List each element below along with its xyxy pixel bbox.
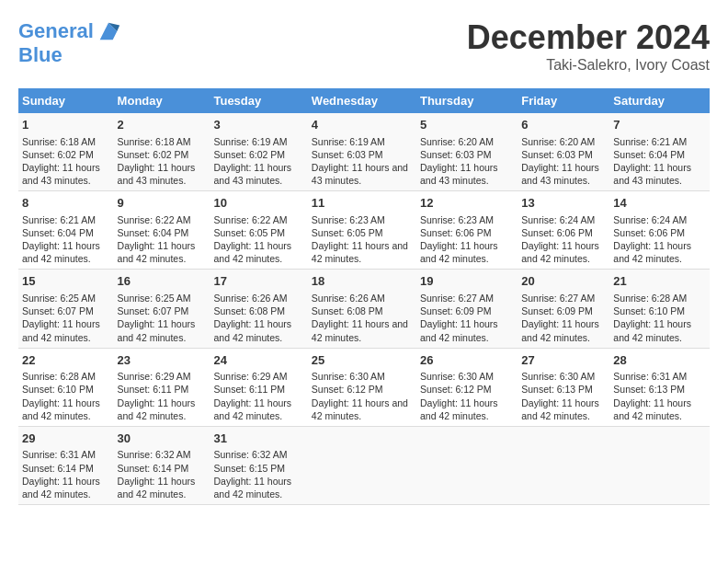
- calendar-header-tuesday: Tuesday: [210, 88, 307, 113]
- sunset-text: Sunset: 6:06 PM: [420, 227, 492, 238]
- day-number: 15: [22, 273, 110, 290]
- daylight-text: Daylight: 11 hours and 43 minutes.: [312, 162, 408, 186]
- sunset-text: Sunset: 6:15 PM: [213, 463, 285, 474]
- day-number: 25: [312, 352, 413, 369]
- calendar-header-sunday: Sunday: [18, 88, 114, 113]
- day-number: 29: [22, 431, 110, 447]
- sunset-text: Sunset: 6:13 PM: [521, 384, 593, 395]
- day-number: 3: [213, 117, 303, 133]
- sunrise-text: Sunrise: 6:31 AM: [22, 449, 96, 460]
- sunrise-text: Sunrise: 6:19 AM: [213, 136, 287, 147]
- daylight-text: Daylight: 11 hours and 42 minutes.: [213, 240, 291, 264]
- sunset-text: Sunset: 6:09 PM: [521, 305, 593, 316]
- calendar-cell: 16Sunrise: 6:25 AMSunset: 6:07 PMDayligh…: [114, 270, 210, 348]
- sunset-text: Sunset: 6:12 PM: [420, 384, 492, 395]
- main-title: December 2024: [467, 18, 710, 57]
- daylight-text: Daylight: 11 hours and 42 minutes.: [213, 476, 291, 500]
- calendar-cell: 11Sunrise: 6:23 AMSunset: 6:05 PMDayligh…: [308, 191, 416, 270]
- calendar-cell: 14Sunrise: 6:24 AMSunset: 6:06 PMDayligh…: [609, 191, 710, 270]
- day-number: 11: [312, 195, 413, 212]
- sunrise-text: Sunrise: 6:27 AM: [420, 293, 494, 304]
- day-number: 10: [213, 195, 303, 212]
- logo-text-blue: Blue: [18, 44, 121, 66]
- daylight-text: Daylight: 11 hours and 42 minutes.: [312, 240, 408, 264]
- calendar-header-monday: Monday: [114, 88, 210, 113]
- logo-icon: [96, 18, 121, 44]
- daylight-text: Daylight: 11 hours and 43 minutes.: [613, 162, 691, 186]
- title-section: December 2024 Taki-Salekro, Ivory Coast: [467, 18, 710, 74]
- day-number: 5: [420, 117, 514, 133]
- calendar-week-row: 22Sunrise: 6:28 AMSunset: 6:10 PMDayligh…: [18, 348, 710, 426]
- day-number: 28: [613, 352, 706, 369]
- daylight-text: Daylight: 11 hours and 42 minutes.: [420, 240, 498, 264]
- calendar-cell: 23Sunrise: 6:29 AMSunset: 6:11 PMDayligh…: [114, 348, 210, 426]
- calendar-cell: [609, 426, 710, 504]
- sunrise-text: Sunrise: 6:18 AM: [118, 136, 191, 147]
- sunset-text: Sunset: 6:04 PM: [613, 149, 685, 160]
- sunset-text: Sunset: 6:13 PM: [613, 384, 685, 395]
- calendar-table: SundayMondayTuesdayWednesdayThursdayFrid…: [18, 88, 710, 505]
- sunset-text: Sunset: 6:07 PM: [118, 305, 189, 316]
- calendar-header-row: SundayMondayTuesdayWednesdayThursdayFrid…: [18, 88, 710, 113]
- calendar-cell: 12Sunrise: 6:23 AMSunset: 6:06 PMDayligh…: [416, 191, 518, 270]
- sunrise-text: Sunrise: 6:29 AM: [213, 371, 287, 382]
- sunset-text: Sunset: 6:04 PM: [22, 227, 94, 238]
- sunrise-text: Sunrise: 6:28 AM: [613, 293, 687, 304]
- calendar-cell: 29Sunrise: 6:31 AMSunset: 6:14 PMDayligh…: [18, 426, 114, 504]
- sunrise-text: Sunrise: 6:23 AM: [312, 214, 385, 225]
- sunset-text: Sunset: 6:11 PM: [213, 384, 285, 395]
- subtitle: Taki-Salekro, Ivory Coast: [467, 57, 710, 74]
- sunset-text: Sunset: 6:10 PM: [22, 384, 94, 395]
- sunrise-text: Sunrise: 6:32 AM: [213, 449, 287, 460]
- calendar-cell: 7Sunrise: 6:21 AMSunset: 6:04 PMDaylight…: [609, 113, 710, 191]
- sunrise-text: Sunrise: 6:32 AM: [118, 449, 191, 460]
- sunrise-text: Sunrise: 6:21 AM: [22, 214, 96, 225]
- calendar-week-row: 29Sunrise: 6:31 AMSunset: 6:14 PMDayligh…: [18, 426, 710, 504]
- calendar-cell: 28Sunrise: 6:31 AMSunset: 6:13 PMDayligh…: [609, 348, 710, 426]
- sunset-text: Sunset: 6:03 PM: [420, 149, 492, 160]
- sunset-text: Sunset: 6:08 PM: [312, 305, 383, 316]
- sunset-text: Sunset: 6:03 PM: [312, 149, 383, 160]
- page-header: General Blue December 2024 Taki-Salekro,…: [18, 18, 710, 74]
- sunset-text: Sunset: 6:05 PM: [312, 227, 383, 238]
- day-number: 26: [420, 352, 514, 369]
- sunset-text: Sunset: 6:05 PM: [213, 227, 285, 238]
- sunrise-text: Sunrise: 6:29 AM: [118, 371, 191, 382]
- calendar-cell: 21Sunrise: 6:28 AMSunset: 6:10 PMDayligh…: [609, 270, 710, 348]
- daylight-text: Daylight: 11 hours and 42 minutes.: [312, 397, 408, 421]
- sunset-text: Sunset: 6:08 PM: [213, 305, 285, 316]
- calendar-cell: 5Sunrise: 6:20 AMSunset: 6:03 PMDaylight…: [416, 113, 518, 191]
- day-number: 4: [312, 117, 413, 133]
- sunset-text: Sunset: 6:07 PM: [22, 305, 94, 316]
- day-number: 30: [118, 431, 207, 447]
- calendar-header-friday: Friday: [518, 88, 609, 113]
- daylight-text: Daylight: 11 hours and 42 minutes.: [521, 240, 599, 264]
- sunset-text: Sunset: 6:11 PM: [118, 384, 189, 395]
- sunrise-text: Sunrise: 6:21 AM: [613, 136, 687, 147]
- day-number: 22: [22, 352, 110, 369]
- sunrise-text: Sunrise: 6:20 AM: [420, 136, 494, 147]
- daylight-text: Daylight: 11 hours and 42 minutes.: [118, 397, 196, 421]
- sunrise-text: Sunrise: 6:26 AM: [312, 293, 385, 304]
- sunrise-text: Sunrise: 6:22 AM: [118, 214, 191, 225]
- calendar-header-thursday: Thursday: [416, 88, 518, 113]
- calendar-week-row: 15Sunrise: 6:25 AMSunset: 6:07 PMDayligh…: [18, 270, 710, 348]
- sunset-text: Sunset: 6:10 PM: [613, 305, 685, 316]
- calendar-header-wednesday: Wednesday: [308, 88, 416, 113]
- sunrise-text: Sunrise: 6:24 AM: [521, 214, 595, 225]
- calendar-cell: 18Sunrise: 6:26 AMSunset: 6:08 PMDayligh…: [308, 270, 416, 348]
- calendar-week-row: 8Sunrise: 6:21 AMSunset: 6:04 PMDaylight…: [18, 191, 710, 270]
- daylight-text: Daylight: 11 hours and 42 minutes.: [22, 476, 100, 500]
- sunset-text: Sunset: 6:14 PM: [118, 463, 189, 474]
- daylight-text: Daylight: 11 hours and 42 minutes.: [213, 397, 291, 421]
- calendar-cell: 3Sunrise: 6:19 AMSunset: 6:02 PMDaylight…: [210, 113, 307, 191]
- sunrise-text: Sunrise: 6:20 AM: [521, 136, 595, 147]
- calendar-cell: 1Sunrise: 6:18 AMSunset: 6:02 PMDaylight…: [18, 113, 114, 191]
- calendar-cell: 4Sunrise: 6:19 AMSunset: 6:03 PMDaylight…: [308, 113, 416, 191]
- calendar-cell: 10Sunrise: 6:22 AMSunset: 6:05 PMDayligh…: [210, 191, 307, 270]
- calendar-cell: [416, 426, 518, 504]
- sunset-text: Sunset: 6:02 PM: [22, 149, 94, 160]
- day-number: 8: [22, 195, 110, 212]
- sunrise-text: Sunrise: 6:18 AM: [22, 136, 96, 147]
- day-number: 21: [613, 273, 706, 290]
